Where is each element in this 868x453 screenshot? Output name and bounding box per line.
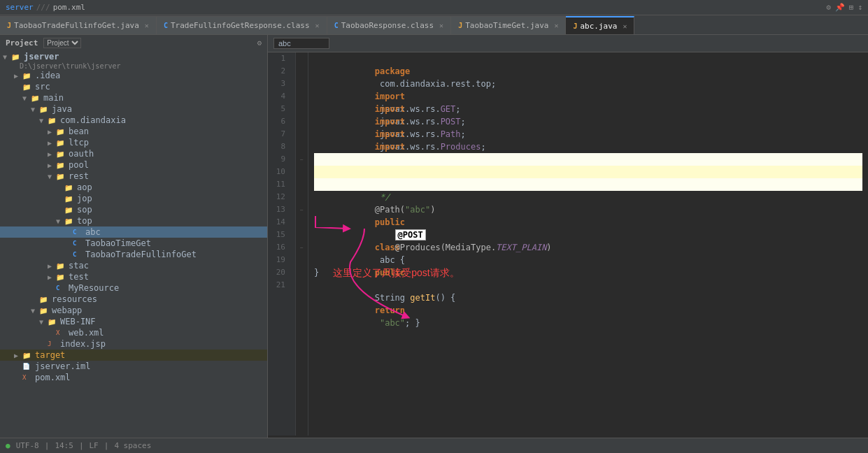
- folder-icon: 📁: [56, 262, 67, 270]
- code-line-3: import javax.ws.rs.GET;: [314, 78, 862, 90]
- code-editor[interactable]: 1 2 3 4 5 6 7 8 9 10 11 12 13 14 15 16 1: [268, 52, 868, 436]
- tree-item-indexjsp[interactable]: J index.jsp: [0, 338, 267, 350]
- tree-item-pomxml[interactable]: X pom.xml: [0, 372, 267, 383]
- folder-open-icon: 📁: [56, 173, 67, 180]
- tab-close-icon[interactable]: ✕: [439, 22, 443, 29]
- tree-label-aop: aop: [77, 182, 92, 192]
- line-num-6: 6: [268, 115, 290, 128]
- toolbar-icons: ⚙ 📌 ⊞ ↕: [826, 3, 862, 12]
- expand-arrow-oauth: ▶: [48, 150, 56, 158]
- tree-item-webxml[interactable]: X web.xml: [0, 327, 267, 338]
- expand-arrow-main: ▼: [22, 94, 31, 102]
- tree-item-myresource[interactable]: C MyResource: [0, 282, 267, 294]
- split-icon[interactable]: ↕: [858, 3, 862, 12]
- tab-abc[interactable]: J abc.java ✕: [566, 16, 634, 34]
- tree-root-jserver[interactable]: ▼ 📁 jserver: [0, 51, 267, 62]
- tree-item-jserveriml[interactable]: 📄 jserver.iml: [0, 361, 267, 372]
- fold-method-icon[interactable]: −: [296, 241, 308, 254]
- tree-item-pool[interactable]: ▶ 📁 pool: [0, 159, 267, 171]
- settings-icon[interactable]: ⚙: [826, 3, 831, 12]
- line-num-9: 9: [268, 153, 290, 166]
- code-line-12: @Path("abc"): [314, 191, 862, 203]
- folder-icon: 📁: [64, 206, 76, 214]
- tree-item-webinf[interactable]: ▼ 📁 WEB-INF: [0, 316, 267, 327]
- tree-item-taobaotradefull[interactable]: C TaobaoTradeFullinfoGet: [0, 249, 267, 260]
- keyword-return: return: [375, 305, 405, 315]
- status-separator2: |: [79, 441, 84, 450]
- method-name: getIt: [410, 293, 435, 303]
- tree-item-rest[interactable]: ▼ 📁 rest: [0, 171, 267, 182]
- tab-label: TradeFullinfoGetResponse.class: [171, 21, 310, 30]
- folder-open-icon: 📁: [39, 106, 50, 113]
- tree-item-test[interactable]: ▶ 📁 test: [0, 271, 267, 282]
- fold-start-icon[interactable]: −: [296, 153, 308, 166]
- tree-item-java[interactable]: ▼ 📁 java: [0, 103, 267, 115]
- project-scope-selector[interactable]: Project: [43, 38, 81, 48]
- line-num-12: 12: [268, 191, 290, 203]
- tree-item-bean[interactable]: ▶ 📁 bean: [0, 126, 267, 137]
- tree-item-idea[interactable]: ▶ 📁 .idea: [0, 70, 267, 81]
- java-c-icon: C: [56, 285, 67, 292]
- status-spaces: 4 spaces: [114, 441, 151, 450]
- tree-item-sop[interactable]: 📁 sop: [0, 204, 267, 215]
- tree-label-target: target: [35, 350, 65, 360]
- line-num-4: 4: [268, 90, 290, 103]
- tree-label-pool: pool: [69, 160, 89, 170]
- tree-item-com-diandaxia[interactable]: ▼ 📁 com.diandaxia: [0, 115, 267, 126]
- search-input[interactable]: [273, 38, 329, 49]
- sidebar: Project Project ⚙ ▼ 📁 jserver D:\jserver…: [0, 35, 268, 438]
- tree-label-main: main: [43, 93, 64, 103]
- tab-close-icon[interactable]: ✕: [145, 22, 149, 29]
- code-line-9: /**: [314, 153, 862, 166]
- chinese-annotation-text: 这里定义了只接受post请求。: [333, 266, 459, 279]
- expand-arrow-test: ▶: [48, 273, 56, 281]
- pin-icon[interactable]: 📌: [835, 3, 845, 12]
- tab-close-icon[interactable]: ✕: [315, 22, 320, 29]
- expand-arrow-com: ▼: [39, 117, 48, 124]
- folder-icon: 📁: [56, 150, 67, 158]
- expand-arrow-bean: ▶: [48, 128, 56, 136]
- tab-taobaotradefullinfo[interactable]: J TaobaoTradeFullinfoGet.java ✕: [0, 16, 157, 34]
- tree-item-jop[interactable]: 📁 jop: [0, 193, 267, 204]
- tree-item-target[interactable]: ▶ 📁 target: [0, 350, 267, 361]
- expand-arrow: ▼: [3, 53, 11, 61]
- tab-taobaoresponse[interactable]: C TaobaoResponse.class ✕: [327, 16, 452, 34]
- tree-label-jserveriml: jserver.iml: [35, 361, 90, 371]
- code-content[interactable]: package com.diandaxia.rest.top; import j…: [308, 52, 868, 436]
- tree-item-top[interactable]: ▼ 📁 top: [0, 215, 267, 226]
- xml-icon: X: [56, 329, 67, 336]
- tree-item-webapp[interactable]: ▼ 📁 webapp: [0, 305, 267, 316]
- line-num-21: 21: [268, 279, 290, 292]
- tab-label: abc.java: [580, 22, 617, 31]
- folder-icon: 📁: [56, 273, 67, 281]
- tree-item-stac[interactable]: ▶ 📁 stac: [0, 260, 267, 271]
- tree-item-ltcp[interactable]: ▶ 📁 ltcp: [0, 137, 267, 148]
- fold-class-icon[interactable]: −: [296, 203, 308, 216]
- tree-item-oauth[interactable]: ▶ 📁 oauth: [0, 148, 267, 159]
- folder-icon: 📁: [22, 72, 34, 80]
- code-line-5: import javax.ws.rs.Path;: [314, 103, 862, 115]
- layout-icon[interactable]: ⊞: [849, 3, 854, 12]
- code-line-20: } 这里定义了只接受post请求。: [314, 266, 862, 279]
- tree-item-aop[interactable]: 📁 aop: [0, 182, 267, 193]
- tree-item-abc[interactable]: C abc: [0, 226, 267, 238]
- tree-item-resources[interactable]: 📁 resources: [0, 294, 267, 305]
- gear-icon[interactable]: ⚙: [257, 38, 262, 48]
- folder-icon: 📁: [56, 139, 67, 147]
- code-line-13: public class abc {: [314, 203, 862, 216]
- tree-item-src[interactable]: 📁 src: [0, 81, 267, 92]
- status-line-info: 14:5: [55, 441, 73, 450]
- tree-label-myresource: MyResource: [69, 283, 119, 293]
- java-icon: J: [573, 22, 577, 30]
- tree-label-rest: rest: [69, 171, 89, 181]
- folder-open-icon: 📁: [31, 94, 42, 102]
- expand-arrow-webinf: ▼: [39, 318, 48, 326]
- line-num-3: 3: [268, 78, 290, 90]
- line-num-2: 2: [268, 65, 290, 78]
- tab-close-icon[interactable]: ✕: [622, 22, 627, 30]
- tab-tradefullinfo[interactable]: C TradeFullinfoGetResponse.class ✕: [157, 16, 327, 34]
- tab-taobaotime[interactable]: J TaobaoTimeGet.java ✕: [451, 16, 566, 34]
- tab-close-icon[interactable]: ✕: [554, 22, 558, 29]
- tree-item-main[interactable]: ▼ 📁 main: [0, 92, 267, 103]
- tree-item-taobaotime[interactable]: C TaobaoTimeGet: [0, 238, 267, 249]
